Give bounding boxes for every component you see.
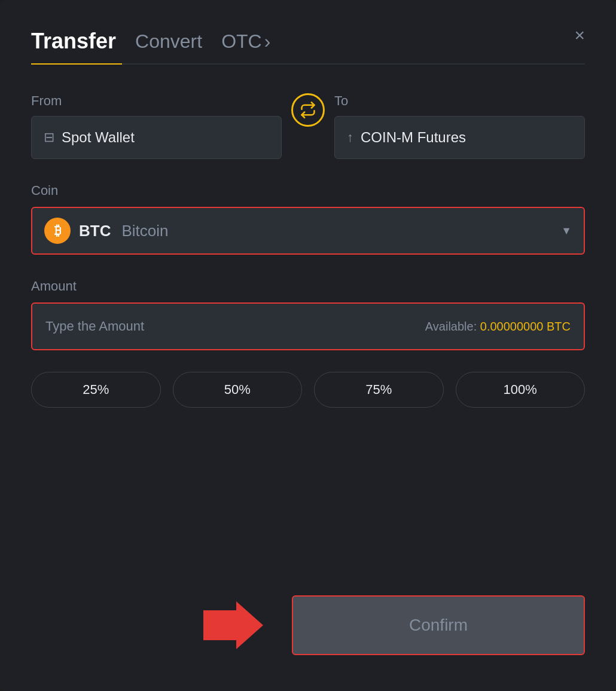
bottom-area: Confirm <box>31 595 585 655</box>
amount-input-wrap: Available: 0.00000000 BTC <box>31 302 585 350</box>
arrow-icon <box>203 601 263 649</box>
amount-label: Amount <box>31 279 585 294</box>
coin-section: Coin ₿ BTC Bitcoin ▼ <box>31 183 585 279</box>
from-wallet-name: Spot Wallet <box>62 129 135 146</box>
coin-label: Coin <box>31 183 585 198</box>
tab-otc[interactable]: OTC › <box>221 30 270 53</box>
tab-convert[interactable]: Convert <box>135 30 202 53</box>
tab-transfer[interactable]: Transfer <box>31 29 116 54</box>
swap-btn-wrap <box>282 93 334 129</box>
tab-underline-active <box>31 63 122 65</box>
wallet-icon: ⊟ <box>44 130 54 145</box>
coin-full-name: Bitcoin <box>121 222 168 240</box>
from-field-group: From ⊟ Spot Wallet <box>31 93 282 159</box>
to-wallet-name: COIN-M Futures <box>361 129 466 146</box>
pct-75-button[interactable]: 75% <box>314 372 444 408</box>
available-amount: 0.00000000 BTC <box>480 320 571 333</box>
from-to-row: From ⊟ Spot Wallet To ↑ COIN-M Futures <box>31 93 585 159</box>
to-label: To <box>334 93 585 109</box>
transfer-modal: Transfer Convert OTC › × From ⊟ Spot Wal… <box>0 0 616 691</box>
close-button[interactable]: × <box>574 26 585 44</box>
confirm-button[interactable]: Confirm <box>292 595 585 655</box>
percentage-row: 25% 50% 75% 100% <box>31 372 585 408</box>
pct-25-button[interactable]: 25% <box>31 372 161 408</box>
pct-100-button[interactable]: 100% <box>456 372 585 408</box>
to-wallet-selector[interactable]: ↑ COIN-M Futures <box>334 116 585 159</box>
futures-icon: ↑ <box>347 130 353 145</box>
from-wallet-selector[interactable]: ⊟ Spot Wallet <box>31 116 282 159</box>
svg-marker-0 <box>203 601 263 649</box>
swap-button[interactable] <box>291 93 325 127</box>
coin-symbol: BTC <box>79 222 111 240</box>
tab-underline-bar <box>31 63 585 65</box>
coin-chevron-icon: ▼ <box>561 225 572 237</box>
to-field-group: To ↑ COIN-M Futures <box>334 93 585 159</box>
available-text: Available: 0.00000000 BTC <box>425 320 571 334</box>
amount-section: Amount Available: 0.00000000 BTC <box>31 279 585 372</box>
pct-50-button[interactable]: 50% <box>173 372 303 408</box>
amount-input[interactable] <box>45 319 425 334</box>
coin-selector[interactable]: ₿ BTC Bitcoin ▼ <box>31 207 585 255</box>
from-label: From <box>31 93 282 109</box>
otc-chevron-icon: › <box>264 30 271 53</box>
modal-header: Transfer Convert OTC › × <box>31 29 585 54</box>
btc-icon: ₿ <box>44 218 71 244</box>
